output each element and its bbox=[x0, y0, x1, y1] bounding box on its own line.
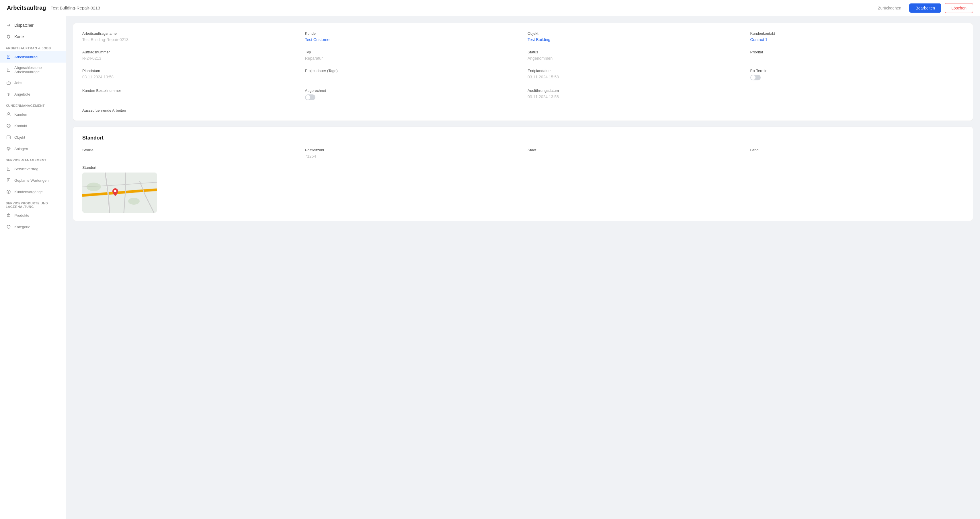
field-label-typ: Typ bbox=[305, 50, 519, 54]
delete-button[interactable]: Löschen bbox=[945, 3, 973, 13]
map-preview bbox=[82, 172, 157, 213]
field-value-auftragsname: Test Building-Repair-0213 bbox=[82, 37, 296, 42]
svg-rect-7 bbox=[7, 82, 10, 85]
sidebar-item-label: Kundenvorgänge bbox=[14, 190, 43, 194]
sidebar-item-wartungen[interactable]: Geplante Wartungen bbox=[0, 174, 66, 186]
field-kunde: KundeTest Customer bbox=[305, 31, 519, 42]
edit-button[interactable]: Bearbeiten bbox=[909, 3, 941, 13]
field-typ: TypReparatur bbox=[305, 50, 519, 61]
file-icon bbox=[6, 54, 11, 60]
svg-point-31 bbox=[87, 182, 101, 191]
svg-point-0 bbox=[8, 35, 10, 37]
sidebar-item-abgeschlossene[interactable]: Abgeschlossene Arbeitsaufträge bbox=[0, 62, 66, 77]
svg-point-11 bbox=[8, 125, 9, 126]
field-label-prioritaet: Priorität bbox=[750, 50, 964, 54]
field-plandatum: Plandatum03.11.2024 13:58 bbox=[82, 69, 296, 80]
sidebar-item-label: Jobs bbox=[14, 81, 22, 85]
svg-point-26 bbox=[8, 191, 9, 191]
detail-fields: ArbeitsauftragsnameTest Building-Repair-… bbox=[82, 31, 964, 100]
field-label-objekt: Objekt bbox=[528, 31, 741, 35]
field-value-postleitzahl: 71254 bbox=[305, 154, 519, 158]
sidebar-item-arbeitsauftrag[interactable]: Arbeitsauftrag bbox=[0, 51, 66, 62]
svg-rect-16 bbox=[9, 137, 10, 137]
sidebar-item-produkte[interactable]: Produkte bbox=[0, 209, 66, 221]
sidebar-section-label: KUNDENMANAGEMENT bbox=[0, 100, 66, 109]
svg-rect-18 bbox=[7, 167, 10, 171]
person-circle-icon bbox=[6, 123, 11, 129]
box-icon bbox=[6, 212, 11, 218]
field-ausfuehrungsdatum: Ausführungsdatum03.11.2024 13:58 bbox=[528, 88, 741, 100]
sidebar-item-label: Kontakt bbox=[14, 124, 27, 128]
svg-rect-13 bbox=[8, 137, 8, 138]
sidebar-item-servicevertrag[interactable]: Servicevertrag bbox=[0, 163, 66, 174]
sidebar-item-jobs[interactable]: Jobs bbox=[0, 77, 66, 88]
field-abgerechnet: Abgerechnet bbox=[305, 88, 519, 100]
field-value-typ: Reparatur bbox=[305, 56, 519, 61]
field-value-auftragsnummer: R-24-0213 bbox=[82, 56, 296, 61]
standort-fields: StraßePostleitzahl71254StadtLand bbox=[82, 148, 964, 158]
field-label-land: Land bbox=[750, 148, 964, 152]
sidebar-item-kundenvorgaenge[interactable]: Kundenvorgänge bbox=[0, 186, 66, 198]
field-prioritaet: Priorität bbox=[750, 50, 964, 61]
field-endplandatum: Endplandatum03.11.2024 15:58 bbox=[528, 69, 741, 80]
back-button[interactable]: Zurückgehen bbox=[873, 3, 906, 13]
field-status: StatusAngenommen bbox=[528, 50, 741, 61]
svg-point-34 bbox=[114, 190, 116, 192]
info-icon bbox=[6, 189, 11, 195]
sidebar-item-kategorie[interactable]: Kategorie bbox=[0, 221, 66, 233]
field-label-fix_termin: Fix Termin bbox=[750, 69, 964, 73]
sidebar-item-label: Geplante Wartungen bbox=[14, 178, 48, 182]
sidebar-item-kunden[interactable]: Kunden bbox=[0, 109, 66, 120]
header-actions: Zurückgehen Bearbeiten Löschen bbox=[873, 3, 973, 13]
sidebar-item-karte[interactable]: Karte bbox=[0, 31, 66, 43]
sidebar-item-anlagen[interactable]: Anlagen bbox=[0, 143, 66, 155]
field-value-kundenkontakt[interactable]: Contact 1 bbox=[750, 37, 964, 42]
person-icon bbox=[6, 112, 11, 117]
sidebar-item-label: Kategorie bbox=[14, 225, 30, 229]
standort-field-label: Standort bbox=[82, 165, 964, 170]
sidebar-item-label: Produkte bbox=[14, 213, 29, 217]
field-value-objekt[interactable]: Test Building bbox=[528, 37, 741, 42]
svg-point-17 bbox=[8, 148, 10, 150]
field-label-kunden_bestellnummer: Kunden Bestellnummer bbox=[82, 88, 296, 93]
field-label-projektdauer: Projektdauer (Tage) bbox=[305, 69, 519, 73]
svg-rect-4 bbox=[7, 68, 10, 72]
file-icon bbox=[6, 177, 11, 183]
svg-rect-12 bbox=[7, 136, 10, 139]
sidebar-item-dispatcher[interactable]: Dispatcher bbox=[0, 19, 66, 31]
page-title: Arbeitsauftrag bbox=[7, 5, 46, 11]
field-kunden_bestellnummer: Kunden Bestellnummer bbox=[82, 88, 296, 100]
top-header: Arbeitsauftrag Test Building-Repair-0213… bbox=[0, 0, 980, 16]
field-label-auftragsnummer: Auftragsnummer bbox=[82, 50, 296, 54]
svg-point-29 bbox=[7, 225, 10, 228]
sidebar-item-angebote[interactable]: $ Angebote bbox=[0, 88, 66, 100]
sidebar-item-label: Abgeschlossene Arbeitsaufträge bbox=[14, 65, 60, 74]
field-label-kundenkontakt: Kundenkontakt bbox=[750, 31, 964, 35]
briefcase-icon bbox=[6, 80, 11, 86]
file-icon bbox=[6, 67, 11, 73]
sidebar-section-label: SERVICE-MANAGEMENT bbox=[0, 155, 66, 163]
field-stadt: Stadt bbox=[528, 148, 741, 158]
svg-point-32 bbox=[128, 198, 140, 205]
sidebar-item-label: Anlagen bbox=[14, 147, 28, 151]
field-value-kunde[interactable]: Test Customer bbox=[305, 37, 519, 42]
sidebar-sections: ARBEITSAUFTRAG & JOBS Arbeitsauftrag Abg… bbox=[0, 43, 66, 233]
field-value-ausfuehrungsdatum: 03.11.2024 13:58 bbox=[528, 94, 741, 99]
field-label-abgerechnet: Abgerechnet bbox=[305, 88, 519, 93]
detail-card: ArbeitsauftragsnameTest Building-Repair-… bbox=[73, 23, 973, 121]
sidebar-item-objekt[interactable]: Objekt bbox=[0, 131, 66, 143]
sidebar-section-label: ARBEITSAUFTRAG & JOBS bbox=[0, 43, 66, 51]
toggle-abgerechnet[interactable] bbox=[305, 94, 315, 100]
field-projektdauer: Projektdauer (Tage) bbox=[305, 69, 519, 80]
circle-icon bbox=[6, 224, 11, 230]
svg-point-9 bbox=[8, 113, 10, 114]
toggle-fix_termin[interactable] bbox=[750, 75, 760, 80]
field-label-endplandatum: Endplandatum bbox=[528, 69, 741, 73]
dollar-icon: $ bbox=[6, 91, 11, 97]
sidebar-item-label: Kunden bbox=[14, 112, 27, 117]
sidebar-item-kontakt[interactable]: Kontakt bbox=[0, 120, 66, 131]
field-land: Land bbox=[750, 148, 964, 158]
svg-rect-15 bbox=[8, 137, 8, 137]
building-icon bbox=[6, 134, 11, 140]
standort-map-section: Standort bbox=[82, 165, 964, 213]
